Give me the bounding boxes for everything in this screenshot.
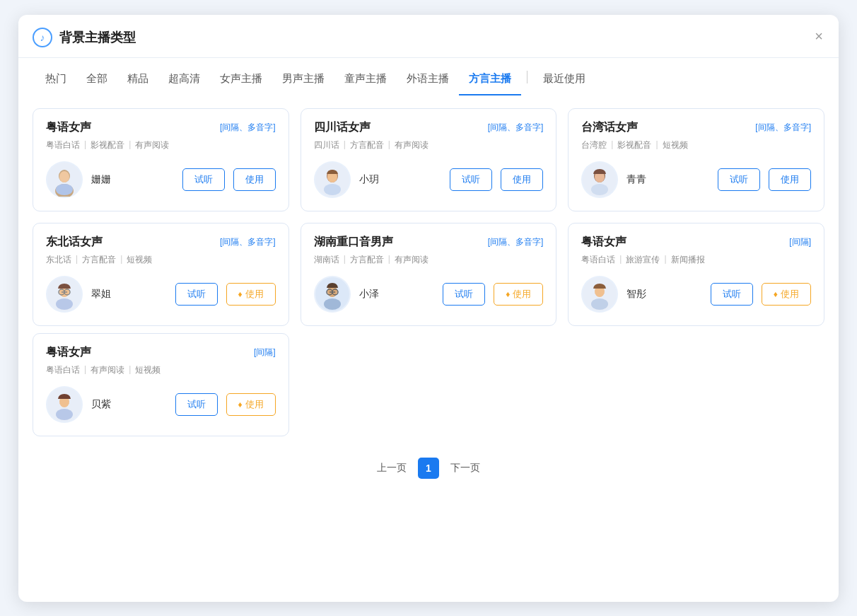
card-2-tag[interactable]: [间隔、多音字] — [488, 122, 544, 134]
card-1-avatar — [46, 161, 83, 198]
svg-point-25 — [591, 298, 608, 310]
gold-icon-4: ♦ — [238, 289, 243, 299]
card-6-avatar — [581, 276, 618, 313]
card-5-listen-btn[interactable]: 试听 — [443, 283, 485, 306]
svg-point-28 — [56, 409, 73, 420]
next-page-btn[interactable]: 下一页 — [450, 462, 480, 475]
card-1-use-btn[interactable]: 使用 — [233, 168, 276, 191]
card-4-header: 东北话女声 [间隔、多音字] — [46, 235, 276, 250]
current-page[interactable]: 1 — [418, 458, 439, 479]
card-7-tag[interactable]: [间隔] — [254, 347, 276, 359]
card-3-use-btn[interactable]: 使用 — [769, 168, 811, 191]
card-1-listen-btn[interactable]: 试听 — [182, 168, 225, 191]
card-4-tags: 东北话 | 方言配音 | 短视频 — [46, 254, 276, 266]
card-1-voice: 姗姗 试听 使用 — [46, 161, 276, 198]
card-5-voice-name: 小泽 — [359, 288, 385, 301]
card-6-header: 粤语女声 [间隔] — [581, 235, 811, 250]
tab-foreign[interactable]: 外语主播 — [397, 68, 459, 95]
card-2: 四川话女声 [间隔、多音字] 四川话 | 方言配音 | 有声阅读 — [301, 108, 557, 211]
tab-dialect[interactable]: 方言主播 — [459, 68, 521, 95]
card-7: 粤语女声 [间隔] 粤语白话 | 有声阅读 | 短视频 — [33, 333, 289, 436]
gold-icon-6: ♦ — [774, 289, 778, 299]
card-6-tag[interactable]: [间隔] — [789, 236, 811, 248]
card-5-tags: 湖南话 | 方言配音 | 有声阅读 — [314, 254, 544, 266]
card-4-avatar — [46, 276, 83, 313]
cards-single-row: 粤语女声 [间隔] 粤语白话 | 有声阅读 | 短视频 — [18, 333, 839, 443]
card-2-voice: 小玥 试听 使用 — [314, 161, 544, 198]
card-6-voice: 智彤 试听 ♦ 使用 — [581, 276, 811, 313]
tab-recent[interactable]: 最近使用 — [533, 68, 595, 95]
card-2-voice-name: 小玥 — [359, 173, 385, 186]
card-4-tag[interactable]: [间隔、多音字] — [220, 236, 276, 248]
card-1-header: 粤语女声 [间隔、多音字] — [46, 120, 276, 135]
tab-male[interactable]: 男声主播 — [272, 68, 334, 95]
card-3-title: 台湾话女声 — [581, 120, 638, 135]
card-6-title: 粤语女声 — [581, 235, 626, 250]
svg-point-15 — [56, 298, 73, 310]
card-2-tags: 四川话 | 方言配音 | 有声阅读 — [314, 139, 544, 151]
card-6-voice-name: 智彤 — [626, 288, 652, 301]
card-4: 东北话女声 [间隔、多音字] 东北话 | 方言配音 | 短视频 — [33, 223, 289, 326]
svg-point-12 — [591, 184, 608, 195]
card-4-use-btn[interactable]: ♦ 使用 — [226, 283, 276, 306]
card-1-tag[interactable]: [间隔、多音字] — [220, 122, 276, 134]
card-1: 粤语女声 [间隔、多音字] 粤语白话 | 影视配音 | 有声阅读 — [33, 108, 289, 211]
card-3: 台湾话女声 [间隔、多音字] 台湾腔 | 影视配音 | 短视频 — [568, 108, 824, 211]
card-1-tags: 粤语白话 | 影视配音 | 有声阅读 — [46, 139, 276, 151]
card-3-voice: 青青 试听 使用 — [581, 161, 811, 198]
dialog: ♪ 背景主播类型 × 热门 全部 精品 超高清 女声主播 男声主播 童声主播 外… — [18, 15, 839, 602]
card-5-avatar — [314, 276, 351, 313]
nav-divider — [527, 71, 527, 83]
card-6-use-btn[interactable]: ♦ 使用 — [762, 283, 811, 306]
gold-icon-7: ♦ — [238, 400, 243, 409]
card-1-voice-name: 姗姗 — [91, 173, 117, 186]
cards-grid: 粤语女声 [间隔、多音字] 粤语白话 | 影视配音 | 有声阅读 — [18, 95, 839, 333]
card-3-header: 台湾话女声 [间隔、多音字] — [581, 120, 811, 135]
card-2-avatar — [314, 161, 351, 198]
tab-all[interactable]: 全部 — [76, 68, 117, 95]
music-icon: ♪ — [33, 28, 52, 47]
card-1-title: 粤语女声 — [46, 120, 91, 135]
card-7-title: 粤语女声 — [46, 345, 91, 360]
card-7-tags: 粤语白话 | 有声阅读 | 短视频 — [46, 364, 276, 376]
prev-page-btn[interactable]: 上一页 — [377, 462, 407, 475]
card-4-voice: 翠姐 试听 ♦ 使用 — [46, 276, 276, 313]
tab-female[interactable]: 女声主播 — [210, 68, 272, 95]
card-3-voice-name: 青青 — [626, 173, 652, 186]
card-2-listen-btn[interactable]: 试听 — [450, 168, 492, 191]
card-2-use-btn[interactable]: 使用 — [501, 168, 543, 191]
tab-hot[interactable]: 热门 — [35, 68, 76, 95]
card-5-header: 湖南重口音男声 [间隔、多音字] — [314, 235, 544, 250]
tab-premium[interactable]: 精品 — [117, 68, 158, 95]
card-3-tag[interactable]: [间隔、多音字] — [755, 122, 811, 134]
dialog-title: 背景主播类型 — [59, 29, 136, 46]
tab-child[interactable]: 童声主播 — [334, 68, 397, 95]
card-2-header: 四川话女声 [间隔、多音字] — [314, 120, 544, 135]
card-5-tag[interactable]: [间隔、多音字] — [488, 236, 544, 248]
nav-tabs: 热门 全部 精品 超高清 女声主播 男声主播 童声主播 外语主播 方言主播 最近… — [18, 58, 839, 95]
svg-point-20 — [324, 298, 341, 310]
card-5: 湖南重口音男声 [间隔、多音字] 湖南话 | 方言配音 | 有声阅读 — [301, 223, 557, 326]
card-7-voice-name: 贝紫 — [91, 398, 117, 411]
dialog-header: ♪ 背景主播类型 × — [18, 15, 839, 58]
card-7-use-btn[interactable]: ♦ 使用 — [226, 393, 276, 416]
card-5-use-btn[interactable]: ♦ 使用 — [494, 283, 543, 306]
card-4-voice-name: 翠姐 — [91, 288, 117, 301]
card-4-listen-btn[interactable]: 试听 — [175, 283, 218, 306]
svg-point-8 — [324, 184, 341, 195]
card-6-tags: 粤语白话 | 旅游宣传 | 新闻播报 — [581, 254, 811, 266]
svg-point-4 — [56, 184, 73, 195]
card-5-voice: 小泽 试听 ♦ 使用 — [314, 276, 544, 313]
card-6-listen-btn[interactable]: 试听 — [711, 283, 753, 306]
close-button[interactable]: × — [815, 29, 823, 43]
card-7-listen-btn[interactable]: 试听 — [175, 393, 218, 416]
card-5-title: 湖南重口音男声 — [314, 235, 393, 250]
card-3-tags: 台湾腔 | 影视配音 | 短视频 — [581, 139, 811, 151]
card-2-title: 四川话女声 — [314, 120, 371, 135]
card-3-avatar — [581, 161, 618, 198]
card-7-avatar — [46, 386, 83, 423]
card-7-header: 粤语女声 [间隔] — [46, 345, 276, 360]
card-3-listen-btn[interactable]: 试听 — [718, 168, 760, 191]
tab-uhd[interactable]: 超高清 — [158, 68, 210, 95]
card-6: 粤语女声 [间隔] 粤语白话 | 旅游宣传 | 新闻播报 — [568, 223, 824, 326]
